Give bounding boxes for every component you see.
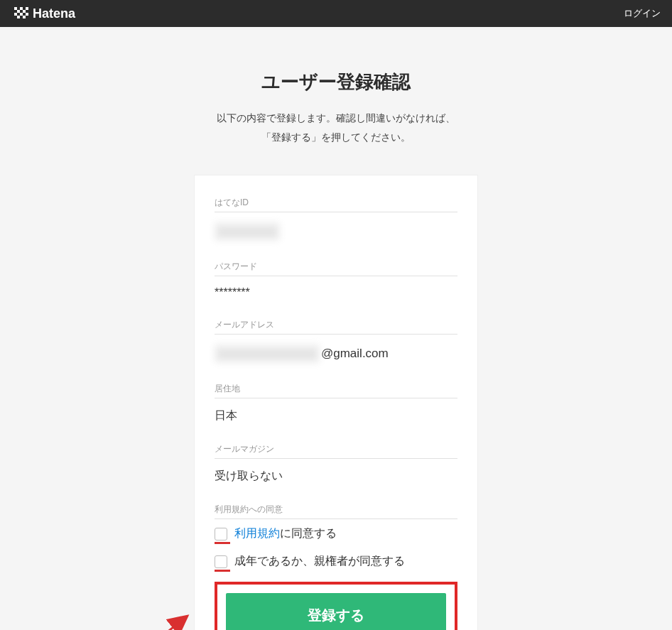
email-domain: @gmail.com	[321, 347, 389, 361]
consent-row-adult: 成年であるか、親権者が同意する	[215, 554, 457, 569]
subtitle-line-2: 「登録する」を押してください。	[0, 128, 672, 147]
field-label: メールマガジン	[215, 443, 457, 459]
terms-suffix: に同意する	[280, 527, 337, 539]
field-newsletter: メールマガジン 受け取らない	[215, 443, 457, 487]
terms-link[interactable]: 利用規約	[234, 527, 280, 539]
field-label: 利用規約への同意	[215, 504, 457, 519]
annotation-underline	[215, 542, 230, 544]
page-content: ユーザー登録確認 以下の内容で登録します。確認し間違いがなければ、 「登録する」…	[0, 27, 672, 630]
redacted-value: xxxxxxxxxxxxxxxxx	[215, 344, 320, 363]
svg-rect-8	[17, 16, 20, 18]
svg-rect-2	[26, 7, 28, 10]
page-subtitle: 以下の内容で登録します。確認し間違いがなければ、 「登録する」を押してください。	[0, 109, 672, 146]
svg-rect-5	[14, 13, 17, 16]
terms-checkbox[interactable]	[215, 528, 227, 541]
redacted-value: xxxxxxxxxx	[215, 222, 280, 241]
annotation-underline	[215, 570, 230, 572]
field-email: メールアドレス xxxxxxxxxxxxxxxxx @gmail.com	[215, 319, 457, 366]
field-label: メールアドレス	[215, 319, 457, 335]
confirmation-card: はてなID xxxxxxxxxx パスワード ******** メールアドレス …	[194, 175, 478, 630]
field-residence: 居住地 日本	[215, 383, 457, 426]
svg-rect-6	[20, 13, 23, 16]
page-title: ユーザー登録確認	[0, 70, 672, 94]
svg-rect-3	[17, 10, 20, 13]
field-hatena-id: はてなID xxxxxxxxxx	[215, 197, 457, 244]
svg-rect-1	[20, 7, 23, 10]
brand-name: Hatena	[33, 6, 75, 21]
field-password: パスワード ********	[215, 261, 457, 302]
field-label: はてなID	[215, 197, 457, 212]
hatena-logo-icon	[14, 7, 28, 20]
app-header: Hatena ログイン	[0, 0, 672, 27]
svg-rect-9	[23, 16, 26, 18]
adult-consent-text: 成年であるか、親権者が同意する	[234, 554, 405, 569]
field-value-password: ********	[215, 283, 457, 302]
svg-rect-7	[26, 13, 28, 16]
field-value-hatena-id: xxxxxxxxxx	[215, 219, 457, 244]
annotation-arrow-icon	[109, 602, 202, 630]
field-value-email: xxxxxxxxxxxxxxxxx @gmail.com	[215, 342, 457, 366]
login-link[interactable]: ログイン	[624, 7, 661, 20]
adult-checkbox[interactable]	[215, 555, 227, 568]
field-consent: 利用規約への同意 利用規約に同意する 成年であるか、親権者が同意する	[215, 504, 457, 569]
register-button[interactable]: 登録する	[226, 593, 446, 630]
svg-rect-4	[23, 10, 26, 13]
annotation-highlight-box: 登録する	[215, 582, 457, 630]
field-value-residence: 日本	[215, 406, 457, 426]
svg-line-10	[116, 616, 188, 630]
field-label: 居住地	[215, 383, 457, 398]
field-value-newsletter: 受け取らない	[215, 466, 457, 487]
brand-logo[interactable]: Hatena	[14, 6, 75, 21]
field-label: パスワード	[215, 261, 457, 276]
subtitle-line-1: 以下の内容で登録します。確認し間違いがなければ、	[0, 109, 672, 128]
consent-row-terms: 利用規約に同意する	[215, 526, 457, 541]
svg-rect-0	[14, 7, 17, 10]
